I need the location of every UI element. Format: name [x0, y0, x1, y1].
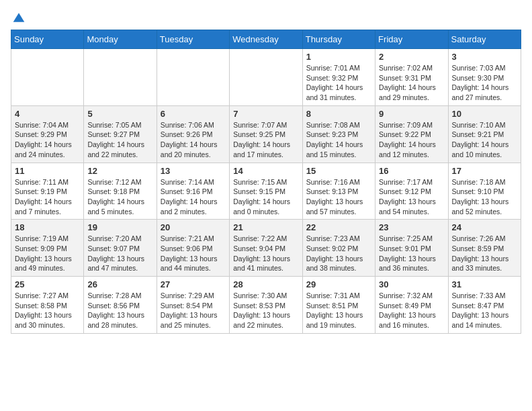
day-number: 27: [161, 279, 226, 289]
calendar-week-row: 25Sunrise: 7:27 AM Sunset: 8:58 PM Dayli…: [11, 277, 521, 334]
day-number: 19: [87, 222, 152, 232]
day-detail: Sunrise: 7:11 AM Sunset: 9:19 PM Dayligh…: [15, 177, 80, 217]
day-number: 10: [452, 109, 517, 119]
calendar-cell: 20Sunrise: 7:21 AM Sunset: 9:06 PM Dayli…: [157, 220, 229, 277]
day-number: 18: [15, 222, 80, 232]
calendar-cell: 19Sunrise: 7:20 AM Sunset: 9:07 PM Dayli…: [84, 220, 157, 277]
day-number: 3: [452, 52, 517, 62]
calendar-cell: [157, 49, 229, 106]
calendar-cell: 6Sunrise: 7:06 AM Sunset: 9:26 PM Daylig…: [157, 105, 229, 163]
day-number: 15: [306, 166, 371, 176]
day-number: 1: [306, 52, 371, 62]
day-header-monday: Monday: [84, 30, 157, 49]
svg-marker-0: [13, 13, 25, 21]
calendar-cell: 4Sunrise: 7:04 AM Sunset: 9:29 PM Daylig…: [11, 105, 84, 163]
calendar-cell: [230, 49, 302, 106]
calendar-cell: 9Sunrise: 7:09 AM Sunset: 9:22 PM Daylig…: [375, 105, 448, 163]
day-detail: Sunrise: 7:29 AM Sunset: 8:54 PM Dayligh…: [161, 291, 226, 330]
day-number: 16: [379, 166, 444, 176]
calendar-week-row: 18Sunrise: 7:19 AM Sunset: 9:09 PM Dayli…: [11, 220, 521, 277]
calendar-week-row: 4Sunrise: 7:04 AM Sunset: 9:29 PM Daylig…: [11, 105, 521, 163]
day-number: 31: [452, 279, 517, 289]
day-detail: Sunrise: 7:25 AM Sunset: 9:01 PM Dayligh…: [379, 234, 444, 273]
day-number: 29: [306, 279, 371, 289]
day-detail: Sunrise: 7:20 AM Sunset: 9:07 PM Dayligh…: [87, 234, 152, 273]
day-number: 2: [379, 52, 444, 62]
calendar-cell: 24Sunrise: 7:26 AM Sunset: 8:59 PM Dayli…: [448, 220, 521, 277]
day-number: 20: [161, 222, 226, 232]
day-number: 14: [233, 166, 298, 176]
day-number: 7: [233, 109, 298, 119]
day-detail: Sunrise: 7:06 AM Sunset: 9:26 PM Dayligh…: [161, 120, 226, 160]
calendar-cell: 14Sunrise: 7:15 AM Sunset: 9:15 PM Dayli…: [230, 163, 302, 220]
day-detail: Sunrise: 7:27 AM Sunset: 8:58 PM Dayligh…: [15, 291, 80, 330]
day-header-thursday: Thursday: [302, 30, 375, 49]
day-number: 5: [87, 109, 152, 119]
calendar-cell: 18Sunrise: 7:19 AM Sunset: 9:09 PM Dayli…: [11, 220, 84, 277]
calendar-cell: 2Sunrise: 7:02 AM Sunset: 9:31 PM Daylig…: [375, 49, 448, 106]
day-number: 30: [379, 279, 444, 289]
day-detail: Sunrise: 7:05 AM Sunset: 9:27 PM Dayligh…: [87, 120, 152, 160]
day-number: 21: [233, 222, 298, 232]
calendar-cell: 5Sunrise: 7:05 AM Sunset: 9:27 PM Daylig…: [84, 105, 157, 163]
day-detail: Sunrise: 7:32 AM Sunset: 8:49 PM Dayligh…: [379, 291, 444, 330]
logo: [11, 11, 26, 24]
day-number: 23: [379, 222, 444, 232]
day-detail: Sunrise: 7:09 AM Sunset: 9:22 PM Dayligh…: [379, 120, 444, 160]
day-detail: Sunrise: 7:04 AM Sunset: 9:29 PM Dayligh…: [15, 120, 80, 160]
calendar-header-row: SundayMondayTuesdayWednesdayThursdayFrid…: [11, 30, 521, 49]
day-number: 13: [161, 166, 226, 176]
header: [11, 11, 521, 24]
day-number: 9: [379, 109, 444, 119]
day-detail: Sunrise: 7:16 AM Sunset: 9:13 PM Dayligh…: [306, 177, 371, 217]
day-number: 28: [233, 279, 298, 289]
day-detail: Sunrise: 7:28 AM Sunset: 8:56 PM Dayligh…: [87, 291, 152, 330]
day-detail: Sunrise: 7:12 AM Sunset: 9:18 PM Dayligh…: [87, 177, 152, 217]
day-detail: Sunrise: 7:01 AM Sunset: 9:32 PM Dayligh…: [306, 63, 371, 103]
day-detail: Sunrise: 7:17 AM Sunset: 9:12 PM Dayligh…: [379, 177, 444, 217]
day-detail: Sunrise: 7:33 AM Sunset: 8:47 PM Dayligh…: [452, 291, 517, 330]
calendar-cell: 25Sunrise: 7:27 AM Sunset: 8:58 PM Dayli…: [11, 277, 84, 334]
day-detail: Sunrise: 7:22 AM Sunset: 9:04 PM Dayligh…: [233, 234, 298, 273]
calendar-week-row: 1Sunrise: 7:01 AM Sunset: 9:32 PM Daylig…: [11, 49, 521, 106]
calendar-cell: 27Sunrise: 7:29 AM Sunset: 8:54 PM Dayli…: [157, 277, 229, 334]
day-number: 4: [15, 109, 80, 119]
day-number: 22: [306, 222, 371, 232]
day-number: 8: [306, 109, 371, 119]
day-detail: Sunrise: 7:03 AM Sunset: 9:30 PM Dayligh…: [452, 63, 517, 103]
calendar-cell: 31Sunrise: 7:33 AM Sunset: 8:47 PM Dayli…: [448, 277, 521, 334]
day-number: 24: [452, 222, 517, 232]
day-number: 6: [161, 109, 226, 119]
calendar-cell: 12Sunrise: 7:12 AM Sunset: 9:18 PM Dayli…: [84, 163, 157, 220]
day-detail: Sunrise: 7:18 AM Sunset: 9:10 PM Dayligh…: [452, 177, 517, 217]
calendar-cell: 23Sunrise: 7:25 AM Sunset: 9:01 PM Dayli…: [375, 220, 448, 277]
day-detail: Sunrise: 7:10 AM Sunset: 9:21 PM Dayligh…: [452, 120, 517, 160]
day-number: 11: [15, 166, 80, 176]
calendar-cell: 11Sunrise: 7:11 AM Sunset: 9:19 PM Dayli…: [11, 163, 84, 220]
calendar-cell: 21Sunrise: 7:22 AM Sunset: 9:04 PM Dayli…: [230, 220, 302, 277]
day-header-sunday: Sunday: [11, 30, 84, 49]
day-detail: Sunrise: 7:02 AM Sunset: 9:31 PM Dayligh…: [379, 63, 444, 103]
day-header-saturday: Saturday: [448, 30, 521, 49]
calendar-cell: 3Sunrise: 7:03 AM Sunset: 9:30 PM Daylig…: [448, 49, 521, 106]
day-number: 12: [87, 166, 152, 176]
calendar-cell: 1Sunrise: 7:01 AM Sunset: 9:32 PM Daylig…: [302, 49, 375, 106]
day-detail: Sunrise: 7:23 AM Sunset: 9:02 PM Dayligh…: [306, 234, 371, 273]
logo-icon: [12, 11, 26, 24]
calendar-week-row: 11Sunrise: 7:11 AM Sunset: 9:19 PM Dayli…: [11, 163, 521, 220]
calendar-cell: 28Sunrise: 7:30 AM Sunset: 8:53 PM Dayli…: [230, 277, 302, 334]
calendar-cell: [11, 49, 84, 106]
day-detail: Sunrise: 7:26 AM Sunset: 8:59 PM Dayligh…: [452, 234, 517, 273]
calendar-cell: [84, 49, 157, 106]
calendar-table: SundayMondayTuesdayWednesdayThursdayFrid…: [11, 30, 521, 334]
day-detail: Sunrise: 7:14 AM Sunset: 9:16 PM Dayligh…: [161, 177, 226, 217]
calendar-cell: 22Sunrise: 7:23 AM Sunset: 9:02 PM Dayli…: [302, 220, 375, 277]
calendar-cell: 26Sunrise: 7:28 AM Sunset: 8:56 PM Dayli…: [84, 277, 157, 334]
calendar-cell: 10Sunrise: 7:10 AM Sunset: 9:21 PM Dayli…: [448, 105, 521, 163]
calendar-cell: 15Sunrise: 7:16 AM Sunset: 9:13 PM Dayli…: [302, 163, 375, 220]
day-detail: Sunrise: 7:07 AM Sunset: 9:25 PM Dayligh…: [233, 120, 298, 160]
calendar-cell: 7Sunrise: 7:07 AM Sunset: 9:25 PM Daylig…: [230, 105, 302, 163]
calendar-cell: 8Sunrise: 7:08 AM Sunset: 9:23 PM Daylig…: [302, 105, 375, 163]
day-detail: Sunrise: 7:31 AM Sunset: 8:51 PM Dayligh…: [306, 291, 371, 330]
day-detail: Sunrise: 7:19 AM Sunset: 9:09 PM Dayligh…: [15, 234, 80, 273]
